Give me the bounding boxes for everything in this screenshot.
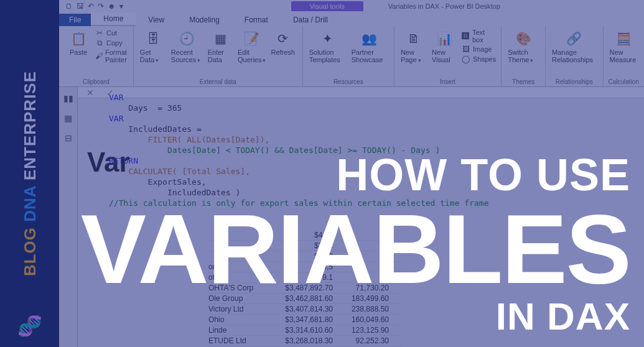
paste-button[interactable]: 📋 Paste — [64, 29, 93, 57]
solution-templates-button[interactable]: ✦Solution Templates — [308, 29, 348, 65]
table-row[interactable]: Linde$3,314,610.60123,125.90 — [208, 325, 401, 336]
get-data-label: Get Data — [140, 49, 166, 63]
table-cell: 160,049.60 — [345, 315, 401, 325]
group-calculation: 🧮New Measure Calculation — [604, 26, 644, 86]
tab-format[interactable]: Format — [232, 14, 281, 26]
group-relationships-label: Relationships — [551, 77, 597, 85]
code-line: CALCULATE( [Total Sales], — [109, 167, 250, 176]
shapes-button[interactable]: ◯Shapes — [462, 55, 496, 63]
image-label: Image — [473, 45, 492, 53]
table-cell: 123,125.90 — [345, 325, 401, 336]
fp-label: Format Painter — [105, 49, 128, 63]
group-insert: 🗎New Page 📊New Visual 🅰Text box 🖼Image ◯… — [394, 26, 502, 86]
copy-icon: ⧉ — [95, 39, 104, 47]
group-clipboard-label: Clipboard — [64, 77, 128, 85]
theme-icon: 🎨 — [515, 30, 532, 47]
code-line: Days = 365 — [109, 103, 182, 113]
relationships-icon: 🔗 — [566, 30, 583, 47]
new-page-button[interactable]: 🗎New Page — [399, 29, 428, 65]
new-visual-icon: 📊 — [436, 30, 454, 47]
copy-label: Copy — [106, 39, 123, 47]
get-data-button[interactable]: 🗄Get Data — [139, 29, 167, 65]
tab-modeling[interactable]: Modeling — [177, 14, 232, 26]
enter-data-button[interactable]: ▦Enter Data — [207, 29, 235, 65]
text-box-button[interactable]: 🅰Text box — [462, 29, 496, 44]
table-row[interactable]: ETUDE Ltd$3,268,018.3092,252.30 — [208, 336, 401, 346]
relationships-label: Manage Relationships — [552, 49, 596, 63]
table-cell: $3,407,814.30 — [277, 304, 345, 315]
partner-icon: 👥 — [361, 30, 378, 47]
recent-label: Recent Sources — [171, 49, 203, 63]
headline-line1: HOW TO USE — [336, 154, 630, 195]
code-line: VAR — [109, 114, 123, 123]
tab-file[interactable]: File — [59, 14, 91, 26]
partner-showcase-button[interactable]: 👥Partner Showcase — [350, 29, 389, 65]
qa-save-icon[interactable]: 🖫 — [77, 2, 84, 11]
qa-undo-icon[interactable]: ↶ — [88, 2, 94, 11]
blog-word-blog: BLOG — [20, 227, 39, 276]
measure-label: New Measure — [610, 49, 638, 63]
window-title: Variables in DAX - Power BI Desktop — [388, 2, 500, 10]
titlebar: 🗋 🖫 ↶ ↷ ☻ ▾ Visual tools Variables in DA… — [59, 0, 644, 12]
qa-redo-icon[interactable]: ↷ — [98, 2, 104, 11]
solution-icon: ✦ — [319, 30, 337, 47]
qa-more-icon[interactable]: ▾ — [119, 2, 123, 11]
cut-label: Cut — [106, 29, 117, 37]
ribbon-tabs: File Home View Modeling Format Data / Dr… — [59, 12, 644, 26]
code-line: FILTER( ALL(Dates[Date]), — [109, 135, 269, 144]
group-clipboard: 📋 Paste ✂Cut ⧉Copy 🖌Format Painter Clipb… — [59, 26, 134, 86]
qa-new-icon[interactable]: 🗋 — [65, 2, 73, 11]
contextual-tab-visual-tools[interactable]: Visual tools — [291, 1, 363, 11]
new-page-label: New Page — [401, 49, 427, 63]
group-insert-label: Insert — [399, 77, 496, 85]
refresh-button[interactable]: ⟳Refresh — [269, 29, 297, 57]
table-cell: Linde — [208, 325, 277, 336]
measure-icon: 🧮 — [615, 30, 632, 47]
recent-icon: 🕘 — [178, 30, 195, 47]
new-visual-label: New Visual — [432, 49, 458, 63]
brush-icon: 🖌 — [95, 52, 103, 60]
image-icon: 🖼 — [462, 45, 470, 53]
blog-title: BLOG DNA ENTERPRISE — [20, 71, 39, 276]
report-view-icon[interactable]: ▮▮ — [63, 93, 73, 103]
group-themes: 🎨Switch Theme Themes — [502, 26, 546, 86]
solution-label: Solution Templates — [309, 49, 347, 63]
model-view-icon[interactable]: ⊟ — [65, 133, 72, 143]
cut-button[interactable]: ✂Cut — [95, 29, 128, 37]
quick-access-toolbar: 🗋 🖫 ↶ ↷ ☻ ▾ — [59, 2, 123, 11]
code-line: ExportSales, — [109, 177, 207, 187]
image-button[interactable]: 🖼Image — [462, 45, 496, 53]
table-row[interactable]: Victory Ltd$3,407,814.30238,888.50 — [208, 304, 401, 315]
new-measure-button[interactable]: 🧮New Measure — [609, 29, 639, 65]
group-relationships: 🔗Manage Relationships Relationships — [546, 26, 603, 86]
theme-label: Switch Theme — [508, 49, 539, 63]
group-external-label: External data — [139, 77, 297, 85]
data-view-icon[interactable]: ▦ — [64, 113, 72, 123]
code-line: VAR — [109, 93, 123, 102]
tab-view[interactable]: View — [136, 14, 177, 26]
table-row[interactable]: Ohio$3,347,681.80160,049.60 — [208, 315, 401, 325]
group-resources: ✦Solution Templates 👥Partner Showcase Re… — [303, 26, 394, 86]
new-visual-button[interactable]: 📊New Visual — [431, 29, 459, 65]
copy-button[interactable]: ⧉Copy — [95, 39, 128, 47]
paste-icon: 📋 — [70, 30, 87, 47]
edit-queries-button[interactable]: 📝Edit Queries — [238, 29, 266, 65]
cancel-formula-icon[interactable]: ✕ — [86, 88, 94, 98]
recent-sources-button[interactable]: 🕘Recent Sources — [170, 29, 204, 65]
refresh-label: Refresh — [271, 49, 295, 56]
table-cell: ETUDE Ltd — [208, 336, 277, 346]
table-cell: 92,252.30 — [345, 336, 401, 346]
tab-data-drill[interactable]: Data / Drill — [281, 14, 340, 26]
table-cell: $3,268,018.30 — [277, 336, 345, 346]
manage-relationships-button[interactable]: 🔗Manage Relationships — [551, 29, 597, 65]
textbox-icon: 🅰 — [462, 32, 470, 40]
table-cell: $3,347,681.80 — [277, 315, 345, 325]
format-painter-button[interactable]: 🖌Format Painter — [95, 49, 128, 63]
qa-face-icon[interactable]: ☻ — [108, 2, 116, 11]
tab-home[interactable]: Home — [91, 12, 136, 26]
switch-theme-button[interactable]: 🎨Switch Theme — [506, 29, 540, 65]
ribbon: 📋 Paste ✂Cut ⧉Copy 🖌Format Painter Clipb… — [59, 26, 644, 87]
edit-queries-icon: 📝 — [243, 30, 261, 47]
headline-line2: VARIABLES — [81, 204, 630, 294]
edit-queries-label: Edit Queries — [238, 49, 266, 63]
